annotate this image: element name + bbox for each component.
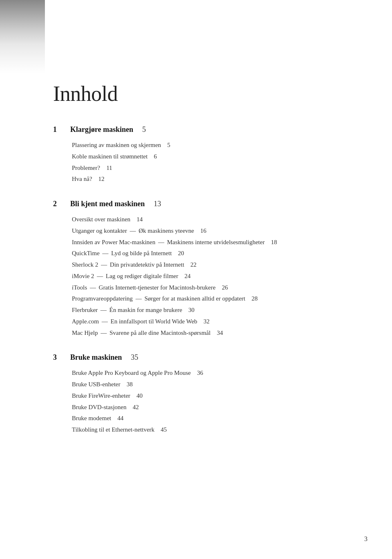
chapter-2-header: 2 Bli kjent med maskinen 13 [53,200,351,208]
entry-page: 22 [187,261,197,268]
entry-text: Bruke USB-enheter [72,381,120,388]
list-item: Programvareoppdatering — Sørger for at m… [72,293,351,305]
entry-text: Bruke modemet [72,415,111,421]
list-item: Bruke Apple Pro Keyboard og Apple Pro Mo… [72,367,351,379]
chapter-1-header: 1 Klargjøre maskinen 5 [53,125,351,134]
entry-text: Mac Hjelp — Svarene på alle dine Macinto… [72,330,211,336]
entry-text: Bruke DVD-stasjonen [72,404,127,410]
entry-page: 11 [103,165,112,171]
entry-text: Plassering av maskinen og skjermen [72,142,161,148]
entry-page: 32 [200,318,210,325]
list-item: Oversikt over maskinen 14 [72,214,351,225]
entry-text: iMovie 2 — Lag og rediger digitale filme… [72,273,178,279]
list-item: iTools — Gratis Internett-tjenester for … [72,282,351,294]
entry-text: Oversikt over maskinen [72,216,130,223]
entry-text: Programvareoppdatering — Sørger for at m… [72,295,245,302]
list-item: Innsiden av Power Mac-maskinen — Maskine… [72,237,351,248]
list-item: Bruke USB-enheter 38 [72,379,351,390]
list-item: QuickTime — Lyd og bilde på Internett 20 [72,248,351,259]
list-item: Plassering av maskinen og skjermen 5 [72,140,351,151]
chapter-1-page: 5 [142,125,146,134]
entry-text: Hva nå? [72,176,92,182]
list-item: Bruke modemet 44 [72,413,351,424]
chapter-2-number: 2 [53,200,63,208]
entry-text: Utganger og kontakter — Øk maskinens yte… [72,227,194,234]
entry-page: 12 [95,176,105,182]
entry-text: QuickTime — Lyd og bilde på Internett [72,250,172,256]
entry-page: 24 [181,273,191,279]
list-item: Tilkobling til et Ethernet-nettverk 45 [72,424,351,436]
entry-text: Apple.com — En innfallsport til World Wi… [72,318,197,325]
entry-text: Flerbruker — Én maskin for mange brukere [72,307,182,313]
chapter-3-title: Bruke maskinen [70,353,122,362]
list-item: Bruke DVD-stasjonen 42 [72,402,351,413]
entry-page: 18 [268,239,277,245]
entry-text: Bruke FireWire-enheter [72,392,130,399]
list-item: Sherlock 2 — Din privatdetektiv på Inter… [72,259,351,271]
chapter-3-number: 3 [53,353,63,362]
entry-text: iTools — Gratis Internett-tjenester for … [72,284,216,291]
entry-page: 26 [219,284,228,291]
page-title: Innhold [53,82,351,106]
chapter-3-section: 3 Bruke maskinen 35 Bruke Apple Pro Keyb… [53,353,351,436]
entry-page: 42 [129,404,139,410]
entry-page: 44 [114,415,124,421]
entry-page: 45 [158,426,167,433]
entry-page: 6 [151,153,157,160]
chapter-2-title: Bli kjent med maskinen [70,200,145,208]
list-item: Flerbruker — Én maskin for mange brukere… [72,305,351,316]
list-item: Problemer? 11 [72,163,351,174]
entry-page: 28 [249,295,258,302]
page-container: Innhold 1 Klargjøre maskinen 5 Plasserin… [0,0,392,559]
chapter-3-page: 35 [131,353,138,362]
entry-page: 14 [134,216,143,223]
entry-text: Koble maskinen til strømnettet [72,153,147,160]
entry-text: Tilkobling til et Ethernet-nettverk [72,426,154,433]
chapter-2-section: 2 Bli kjent med maskinen 13 Oversikt ove… [53,200,351,339]
entry-text: Bruke Apple Pro Keyboard og Apple Pro Mo… [72,370,191,376]
chapter-3-entries: Bruke Apple Pro Keyboard og Apple Pro Mo… [53,367,351,436]
entry-page: 36 [194,370,203,376]
chapter-3-header: 3 Bruke maskinen 35 [53,353,351,362]
chapter-2-page: 13 [154,200,161,208]
list-item: Utganger og kontakter — Øk maskinens yte… [72,225,351,237]
entry-page: 30 [185,307,195,313]
list-item: Hva nå? 12 [72,174,351,185]
list-item: iMovie 2 — Lag og rediger digitale filme… [72,271,351,282]
entry-text: Problemer? [72,165,100,171]
entry-text: Sherlock 2 — Din privatdetektiv på Inter… [72,261,184,268]
chapter-2-entries: Oversikt over maskinen 14 Utganger og ko… [53,214,351,339]
content-area: Innhold 1 Klargjøre maskinen 5 Plasserin… [0,0,392,483]
chapter-1-section: 1 Klargjøre maskinen 5 Plassering av mas… [53,125,351,185]
list-item: Apple.com — En innfallsport til World Wi… [72,316,351,327]
list-item: Bruke FireWire-enheter 40 [72,390,351,402]
entry-page: 20 [175,250,184,256]
entry-page: 16 [197,227,207,234]
entry-page: 34 [214,330,223,336]
chapter-1-number: 1 [53,125,63,134]
entry-page: 5 [164,142,170,148]
list-item: Mac Hjelp — Svarene på alle dine Macinto… [72,327,351,339]
chapter-1-title: Klargjøre maskinen [70,125,133,134]
entry-page: 38 [123,381,133,388]
entry-page: 40 [134,392,143,399]
list-item: Koble maskinen til strømnettet 6 [72,151,351,163]
entry-text: Innsiden av Power Mac-maskinen — Maskine… [72,239,265,245]
chapter-1-entries: Plassering av maskinen og skjermen 5 Kob… [53,140,351,185]
page-number: 3 [364,535,368,543]
